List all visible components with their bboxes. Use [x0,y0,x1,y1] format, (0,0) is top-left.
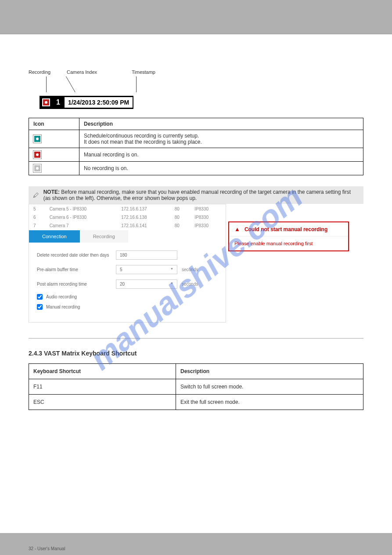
callout-line [46,76,47,92]
error-title: Could not start manual recording [245,226,327,232]
table-row: No recording is on. [29,162,363,175]
table-row: ESC Exit the full screen mode. [29,395,363,410]
icon-description: It does not mean that the recording is t… [84,139,202,145]
callout-line [66,76,95,92]
manual-recording-checkbox[interactable] [37,304,43,310]
error-message-box: ▲ Could not start manual recording Pleas… [228,221,349,251]
callout-label-timestamp: Timestamp [132,69,155,75]
icon-description: Manual recording is on. [79,148,363,162]
seconds-unit: seconds [182,282,198,287]
note-header: NOTE: Before manual recording, make sure… [29,186,363,204]
delete-days-label: Delete recorded date older then days [37,253,116,258]
tab-recording[interactable]: Recording [80,230,128,243]
shortcut-description: Exit the full screen mode. [176,395,363,410]
shortcut-key: F11 [29,379,176,395]
table-row: Manual recording is on. [29,148,363,162]
page-footer: 32 - User's Manual [0,533,392,555]
table-header-description: Description [79,118,363,130]
camera-list-table: 5 Camera 5 - IP8330 172.16.6.137 80 IP83… [29,204,226,230]
recording-icon-legend-table: Icon Description Schedule/continuous rec… [29,118,363,175]
table-header-icon: Icon [29,118,79,130]
callout-diagram: Recording Camera Index Timestamp 1 1/24/… [40,69,363,109]
postalarm-select[interactable]: 20 [116,279,177,289]
top-header-bar [0,0,392,34]
error-message-text: Please enable manual recording first [229,236,348,250]
no-recording-icon [33,164,41,172]
callout-label-camera-index: Camera Index [67,69,97,75]
tab-bar: Connection Recording [29,230,226,243]
timestamp-display: 1/24/2013 2:50:09 PM [65,97,133,108]
table-row: Schedule/continuous recording is current… [29,130,363,148]
table-header-shortcut: Keyboard Shortcut [29,364,176,379]
warning-triangle-icon: ▲ [234,226,240,232]
callout-line [136,76,137,92]
prealarm-select[interactable]: 5 [116,265,177,274]
audio-recording-checkbox[interactable] [37,294,43,300]
table-row[interactable]: 5 Camera 5 - IP8330 172.16.6.137 80 IP83… [30,205,225,213]
table-row[interactable]: 7 Camera 7 172.16.6.141 80 IP8330 [30,222,225,229]
camera-status-bar: 1 1/24/2013 2:50:09 PM [40,96,133,109]
table-row: F11 Switch to full screen mode. [29,379,363,395]
note-label-text: NOTE: Before manual recording, make sure… [43,189,359,201]
camera-index-number: 1 [52,98,65,106]
icon-description: Schedule/continuous recording is current… [84,133,199,139]
recording-icon [42,98,50,106]
icon-description: No recording is on. [79,162,363,175]
manual-recording-icon [33,151,41,159]
callout-label-recording: Recording [29,69,50,75]
pencil-icon [33,191,39,200]
shortcut-description: Switch to full screen mode. [176,379,363,395]
postalarm-label: Post alarm recording time [37,282,116,287]
tab-connection[interactable]: Connection [29,230,80,243]
section-heading: 2.4.3 VAST Matrix Keyboard Shortcut [29,350,363,357]
section-divider [29,338,363,339]
schedule-recording-icon [33,135,41,143]
table-header-description: Description [176,364,363,379]
table-row[interactable]: 6 Camera 6 - IP8330 172.16.6.138 80 IP83… [30,214,225,221]
camera-settings-panel: 5 Camera 5 - IP8330 172.16.6.137 80 IP83… [29,204,226,323]
page-number: 32 - User's Manual [29,546,65,551]
prealarm-label: Pre-alarm buffer time [37,267,116,272]
audio-recording-label: Audio recording [46,294,77,299]
keyboard-shortcut-table: Keyboard Shortcut Description F11 Switch… [29,363,363,410]
seconds-unit: seconds [182,267,198,272]
manual-recording-label: Manual recording [46,305,80,309]
delete-days-input[interactable]: 180 [116,250,177,260]
shortcut-key: ESC [29,395,176,410]
